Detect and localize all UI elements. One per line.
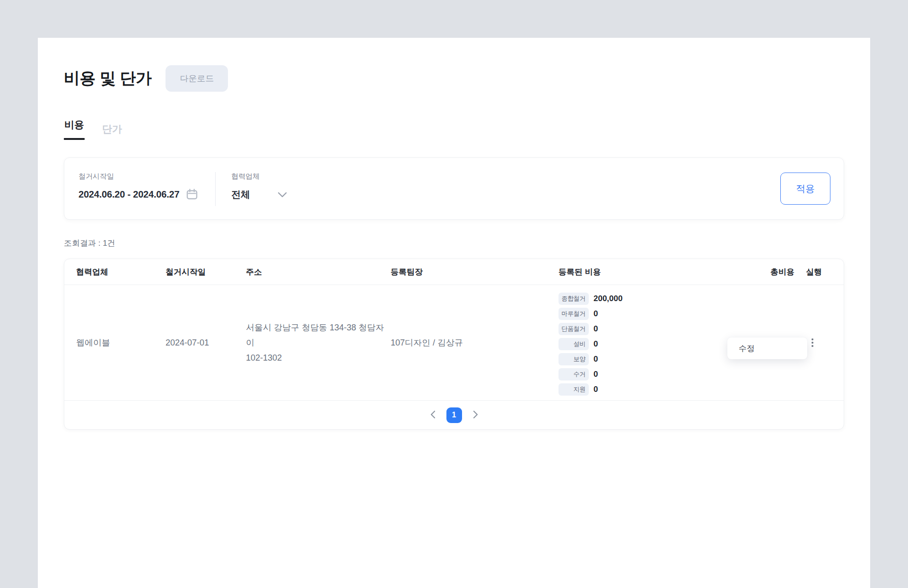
date-range-value: 2024.06.20 - 2024.06.27 <box>79 189 179 200</box>
download-button[interactable]: 다운로드 <box>166 65 228 92</box>
partner-label: 협력업체 <box>231 172 287 181</box>
cost-value: 0 <box>594 370 598 379</box>
cost-tag-badge: 수거 <box>559 368 589 380</box>
table-header-row: 협력업체 철거시작일 주소 등록팀장 등록된 비용 총비용 실행 <box>64 259 844 285</box>
cost-tag-badge: 보양 <box>559 353 589 365</box>
column-header-total-cost: 총비용 <box>770 267 806 277</box>
edit-menu: 수정 <box>727 337 807 359</box>
column-header-start-date: 철거시작일 <box>166 267 246 277</box>
date-range-picker[interactable]: 2024.06.20 - 2024.06.27 <box>79 188 215 200</box>
cost-value: 0 <box>594 309 598 319</box>
partner-select[interactable]: 전체 <box>231 188 287 201</box>
cost-tag-badge: 지원 <box>559 383 589 396</box>
cost-value: 200,000 <box>594 294 622 303</box>
cost-value: 0 <box>594 324 598 334</box>
pagination: 1 <box>64 401 844 429</box>
row-actions <box>806 336 845 350</box>
calendar-icon <box>186 188 198 200</box>
row-partner: 웹에이블 <box>64 337 166 348</box>
filter-start-date: 철거시작일 2024.06.20 - 2024.06.27 <box>64 158 215 219</box>
column-header-partner: 협력업체 <box>64 267 166 277</box>
results-table: 협력업체 철거시작일 주소 등록팀장 등록된 비용 총비용 실행 웹에이블 20… <box>64 259 844 430</box>
pagination-prev-button[interactable] <box>428 408 437 422</box>
page-header: 비용 및 단가 다운로드 <box>64 65 870 92</box>
column-header-team-lead: 등록팀장 <box>391 267 559 277</box>
tabs: 비용 단가 <box>64 118 870 140</box>
content-panel: 비용 및 단가 다운로드 비용 단가 철거시작일 2024.06.20 - 20… <box>38 38 870 588</box>
cost-value: 0 <box>594 355 598 364</box>
cost-line: 마루철거 0 <box>559 308 770 320</box>
row-address-line2: 102-1302 <box>246 350 391 365</box>
apply-button[interactable]: 적용 <box>780 173 830 205</box>
cost-line: 종합철거 200,000 <box>559 293 770 305</box>
row-address-line1: 서울시 강남구 청담동 134-38 청담자이 <box>246 320 391 350</box>
cost-tag-badge: 설비 <box>559 338 589 350</box>
row-team-lead: 107디자인 / 김상규 <box>391 337 559 348</box>
cost-line: 단품철거 0 <box>559 323 770 335</box>
start-date-label: 철거시작일 <box>79 172 215 181</box>
row-start-date: 2024-07-01 <box>166 338 246 348</box>
cost-line: 수거 0 <box>559 368 770 380</box>
cost-tag-badge: 마루철거 <box>559 308 589 320</box>
pagination-next-button[interactable] <box>471 408 480 422</box>
table-row: 웹에이블 2024-07-01 서울시 강남구 청담동 134-38 청담자이 … <box>64 285 844 401</box>
cost-line: 지원 0 <box>559 383 770 396</box>
filter-card: 철거시작일 2024.06.20 - 2024.06.27 협력업체 전체 <box>64 157 844 220</box>
kebab-menu-button[interactable] <box>809 336 816 350</box>
cost-value: 0 <box>594 385 598 394</box>
partner-selected-value: 전체 <box>231 188 250 201</box>
filter-partner: 협력업체 전체 <box>216 158 287 219</box>
cost-value: 0 <box>594 339 598 349</box>
chevron-right-icon <box>473 410 479 420</box>
cost-tag-badge: 종합철거 <box>559 293 589 305</box>
chevron-down-icon <box>278 192 287 198</box>
tab-cost[interactable]: 비용 <box>64 118 85 140</box>
tab-unit-price[interactable]: 단가 <box>102 118 122 140</box>
results-summary: 조회결과 : 1건 <box>64 238 870 249</box>
chevron-left-icon <box>430 410 436 420</box>
column-header-address: 주소 <box>246 267 391 277</box>
edit-menu-item[interactable]: 수정 <box>727 337 807 359</box>
row-address: 서울시 강남구 청담동 134-38 청담자이 102-1302 <box>246 320 391 365</box>
column-header-actions: 실행 <box>806 267 845 277</box>
pagination-page-1[interactable]: 1 <box>446 407 462 423</box>
cost-tag-badge: 단품철거 <box>559 323 589 335</box>
page-title: 비용 및 단가 <box>64 68 151 89</box>
column-header-registered-costs: 등록된 비용 <box>559 267 770 277</box>
